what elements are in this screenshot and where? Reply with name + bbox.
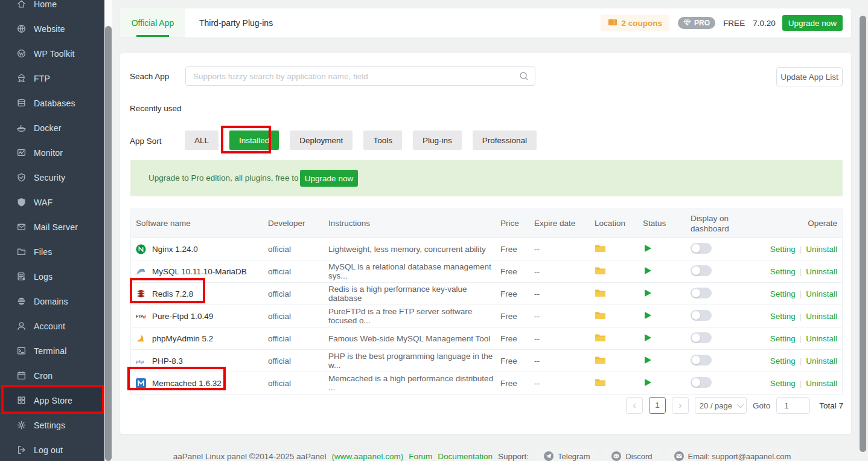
- folder-icon[interactable]: [595, 266, 606, 275]
- app-sort-tools[interactable]: Tools: [363, 131, 402, 150]
- price-cell: Free: [500, 356, 534, 366]
- sidebar-item-home[interactable]: Home: [0, 0, 104, 16]
- sidebar-item-wp-toolkit[interactable]: WP Toolkit: [0, 41, 104, 66]
- folder-icon[interactable]: [595, 311, 606, 320]
- sidebar-item-account[interactable]: Account: [0, 314, 104, 338]
- forum-link[interactable]: Forum: [409, 452, 432, 461]
- folder-icon[interactable]: [595, 356, 606, 364]
- uninstall-link[interactable]: Uninstall: [806, 289, 837, 298]
- software-name: Pure-Ftpd 1.0.49: [152, 312, 213, 321]
- documentation-link[interactable]: Documentation: [438, 452, 493, 461]
- column-header-location: Location: [595, 218, 643, 228]
- tab-official-app[interactable]: Official App: [120, 8, 185, 37]
- uninstall-link[interactable]: Uninstall: [806, 379, 837, 388]
- setting-link[interactable]: Setting: [770, 267, 796, 276]
- sidebar-item-waf[interactable]: WAF: [0, 190, 104, 214]
- sidebar-scrollbar[interactable]: [104, 0, 112, 461]
- running-status-icon[interactable]: [645, 379, 651, 386]
- sidebar-item-label: Docker: [34, 123, 62, 133]
- app-sort-installed[interactable]: Installed: [229, 131, 279, 150]
- sidebar-item-mail-server[interactable]: Mail Server: [0, 214, 104, 239]
- dashboard-toggle[interactable]: [691, 332, 712, 343]
- tab-third-party-plugins[interactable]: Third-party Plug-ins: [199, 8, 273, 37]
- sidebar-item-databases[interactable]: Databases: [0, 91, 104, 115]
- sidebar-item-app-store[interactable]: App Store: [0, 388, 104, 413]
- uninstall-link[interactable]: Uninstall: [806, 312, 837, 321]
- page-scrollbar-thumb[interactable]: [860, 16, 866, 452]
- copyright-label: aaPanel Linux panel ©2014-2025 aaPanel: [173, 452, 327, 461]
- total-count-label: Total 7: [819, 401, 843, 410]
- update-app-list-button[interactable]: Update App List: [776, 67, 843, 86]
- app-sort-buttons: ALLInstalledDeploymentToolsPlug-insProfe…: [185, 131, 537, 150]
- app-store-icon: [16, 395, 27, 405]
- footer: aaPanel Linux panel ©2014-2025 aaPanel (…: [120, 447, 851, 461]
- page-size-select[interactable]: 20 / page: [695, 397, 747, 414]
- sidebar-item-monitor[interactable]: Monitor: [0, 140, 104, 165]
- page-scrollbar[interactable]: [858, 0, 868, 461]
- app-sort-professional[interactable]: Professional: [473, 131, 537, 150]
- software-table: Software nameDeveloperInstructionsPriceE…: [130, 208, 843, 395]
- goto-label: Goto: [753, 401, 770, 410]
- discord-button[interactable]: Discord: [604, 447, 659, 461]
- app-sort-deployment[interactable]: Deployment: [290, 131, 353, 150]
- search-input[interactable]: [193, 67, 515, 85]
- sidebar-item-docker[interactable]: Docker: [0, 115, 104, 140]
- setting-link[interactable]: Setting: [770, 289, 796, 298]
- uninstall-link[interactable]: Uninstall: [806, 334, 837, 343]
- upgrade-now-button[interactable]: Upgrade now: [782, 15, 843, 31]
- sidebar-item-terminal[interactable]: Terminal: [0, 338, 104, 363]
- dashboard-toggle[interactable]: [691, 310, 712, 321]
- dashboard-toggle[interactable]: [691, 288, 712, 298]
- uninstall-link[interactable]: Uninstall: [806, 267, 837, 276]
- page-1-button[interactable]: 1: [649, 397, 666, 414]
- instructions-cell: Memcached is a high performance distribu…: [328, 374, 500, 392]
- app-sort-all[interactable]: ALL: [185, 131, 219, 150]
- sidebar-scrollbar-thumb[interactable]: [105, 26, 112, 461]
- folder-icon[interactable]: [595, 244, 606, 253]
- folder-icon[interactable]: [595, 289, 606, 297]
- app-sort-label: App Sort: [130, 137, 162, 146]
- banner-upgrade-button[interactable]: Upgrade now: [300, 170, 358, 187]
- dashboard-toggle[interactable]: [691, 355, 712, 366]
- uninstall-link[interactable]: Uninstall: [806, 245, 837, 254]
- security-icon: [16, 172, 27, 182]
- home-icon: [16, 0, 27, 9]
- sidebar-item-domains[interactable]: Domains: [0, 289, 104, 314]
- setting-link[interactable]: Setting: [770, 312, 796, 321]
- coupons-badge[interactable]: 2 coupons: [601, 15, 670, 31]
- running-status-icon[interactable]: [645, 312, 651, 319]
- sidebar-item-settings[interactable]: Settings: [0, 413, 104, 437]
- setting-link[interactable]: Setting: [770, 334, 796, 343]
- sidebar-item-label: Files: [34, 247, 53, 257]
- goto-page-input[interactable]: [776, 397, 810, 414]
- sidebar-item-logs[interactable]: Logs: [0, 264, 104, 289]
- prev-page-button[interactable]: ‹: [626, 397, 643, 414]
- dashboard-toggle[interactable]: [691, 265, 712, 276]
- next-page-button[interactable]: ›: [672, 397, 689, 414]
- setting-link[interactable]: Setting: [770, 379, 796, 388]
- telegram-button[interactable]: Telegram: [537, 447, 597, 461]
- uninstall-link[interactable]: Uninstall: [806, 356, 837, 366]
- running-status-icon[interactable]: [645, 245, 651, 252]
- dashboard-toggle[interactable]: [691, 243, 712, 254]
- sidebar-item-log-out[interactable]: Log out: [0, 437, 104, 461]
- sidebar-item-ftp[interactable]: FTP: [0, 66, 104, 91]
- running-status-icon[interactable]: [645, 334, 651, 341]
- sidebar-item-cron[interactable]: Cron: [0, 363, 104, 388]
- search-icon[interactable]: [519, 71, 529, 81]
- folder-icon[interactable]: [595, 334, 606, 342]
- sidebar-item-security[interactable]: Security: [0, 165, 104, 190]
- sidebar-item-label: Terminal: [34, 346, 67, 356]
- sidebar-item-files[interactable]: Files: [0, 239, 104, 264]
- running-status-icon[interactable]: [645, 356, 651, 364]
- app-sort-plug-ins[interactable]: Plug-ins: [413, 131, 462, 150]
- running-status-icon[interactable]: [645, 267, 651, 274]
- aapanel-site-link[interactable]: (www.aapanel.com): [332, 452, 404, 461]
- dashboard-toggle[interactable]: [691, 377, 712, 388]
- setting-link[interactable]: Setting: [770, 245, 796, 254]
- setting-link[interactable]: Setting: [770, 356, 796, 366]
- running-status-icon[interactable]: [645, 289, 651, 297]
- folder-icon[interactable]: [595, 378, 606, 387]
- sidebar-item-website[interactable]: Website: [0, 16, 104, 41]
- email-button[interactable]: Email: support@aapanel.com: [667, 447, 799, 461]
